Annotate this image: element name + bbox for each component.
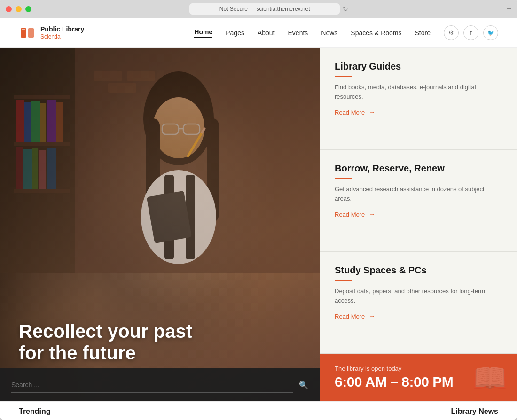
site-header: Public Library Scientia Home Pages About… [0, 18, 517, 48]
search-input[interactable] [11, 377, 293, 393]
svg-rect-21 [108, 83, 136, 93]
guide-panel-2-accent [335, 178, 352, 179]
guide-panel-2-desc: Get advanced research assistance in doze… [335, 185, 502, 203]
hero-headline: Recollect your pastfor the future [19, 320, 301, 364]
minimize-dot[interactable] [16, 6, 22, 12]
nav-pages[interactable]: Pages [226, 29, 244, 37]
hero-search-bar: 🔍 [0, 368, 320, 401]
svg-rect-9 [31, 101, 40, 142]
svg-rect-2 [22, 29, 25, 30]
guide-panel-2: Borrow, Reserve, Renew Get advanced rese… [320, 150, 517, 252]
nav-home[interactable]: Home [194, 28, 212, 38]
search-icon[interactable]: 🔍 [299, 381, 308, 389]
facebook-button[interactable]: f [463, 25, 478, 40]
twitter-icon: 🐦 [487, 30, 494, 36]
svg-rect-10 [40, 103, 46, 142]
svg-rect-20 [127, 71, 155, 81]
hero-right: Library Guides Find books, media, databa… [320, 48, 517, 401]
guide-panel-1-accent [335, 76, 352, 77]
site-logo: Public Library Scientia [19, 24, 84, 41]
new-tab-button[interactable]: + [506, 4, 511, 14]
guide-panel-1-desc: Find books, media, databases, e-journals… [335, 83, 502, 101]
logo-name: Public Library [40, 25, 84, 33]
hours-banner: The library is open today 6:00 AM – 8:00… [320, 354, 517, 401]
svg-rect-17 [47, 148, 56, 189]
guide-panel-1: Library Guides Find books, media, databa… [320, 48, 517, 150]
guide-panel-3-read-more[interactable]: Read More → [335, 312, 502, 320]
settings-button[interactable]: ⚙ [444, 25, 459, 40]
arrow-icon-2: → [368, 210, 375, 218]
guide-panel-3-accent [335, 280, 352, 281]
svg-rect-6 [14, 189, 70, 193]
arrow-icon-1: → [368, 109, 375, 116]
hero-left: Recollect your pastfor the future 🔍 [0, 48, 320, 401]
svg-rect-11 [47, 100, 56, 142]
gear-icon: ⚙ [448, 29, 454, 36]
svg-rect-32 [147, 191, 192, 243]
svg-rect-15 [32, 148, 38, 189]
guide-panel-3: Study Spaces & PCs Deposit data, papers,… [320, 252, 517, 354]
svg-rect-14 [24, 149, 32, 189]
nav-spaces-rooms[interactable]: Spaces & Rooms [351, 29, 401, 37]
library-news-title: Library News [451, 407, 498, 416]
svg-rect-5 [14, 142, 70, 146]
close-dot[interactable] [6, 6, 12, 12]
book-decorative-icon: 📖 [472, 361, 508, 394]
header-icons: ⚙ f 🐦 [444, 25, 498, 40]
svg-rect-13 [16, 147, 23, 189]
hero-illustration [0, 48, 320, 273]
logo-text: Public Library Scientia [40, 25, 84, 40]
guide-panel-1-read-more[interactable]: Read More → [335, 109, 502, 116]
browser-content: Public Library Scientia Home Pages About… [0, 18, 517, 420]
svg-rect-4 [14, 95, 70, 99]
nav-store[interactable]: Store [415, 29, 431, 37]
svg-rect-1 [28, 28, 34, 38]
nav-news[interactable]: News [321, 29, 337, 37]
facebook-icon: f [470, 29, 472, 36]
nav-events[interactable]: Events [288, 29, 308, 37]
address-input[interactable]: Not Secure — scientia.themerex.net [189, 3, 340, 15]
trending-title: Trending [19, 407, 51, 416]
address-bar-container: Not Secure — scientia.themerex.net ↻ [63, 3, 474, 15]
guide-panel-3-desc: Deposit data, papers, and other resource… [335, 287, 502, 305]
guide-panel-2-read-more[interactable]: Read More → [335, 210, 502, 218]
svg-rect-8 [24, 102, 31, 142]
guide-panel-3-title: Study Spaces & PCs [335, 265, 502, 276]
logo-subtitle: Scientia [40, 33, 84, 40]
svg-rect-7 [16, 100, 24, 142]
nav-about[interactable]: About [258, 29, 275, 37]
logo-icon [19, 24, 36, 41]
site-nav: Home Pages About Events News Spaces & Ro… [194, 28, 431, 38]
maximize-dot[interactable] [25, 6, 31, 12]
arrow-icon-3: → [368, 312, 375, 320]
refresh-icon[interactable]: ↻ [343, 5, 348, 13]
browser-titlebar: Not Secure — scientia.themerex.net ↻ + [0, 0, 517, 18]
hero-text-overlay: Recollect your pastfor the future [19, 320, 301, 364]
guide-panel-1-title: Library Guides [335, 61, 502, 72]
svg-rect-19 [94, 71, 122, 81]
bottom-peek: Trending Library News [0, 401, 517, 420]
twitter-button[interactable]: 🐦 [483, 25, 498, 40]
svg-rect-16 [39, 150, 46, 189]
hero-section: Recollect your pastfor the future 🔍 Libr… [0, 48, 517, 401]
svg-rect-12 [56, 102, 63, 142]
guide-panel-2-title: Borrow, Reserve, Renew [335, 163, 502, 174]
site-wrapper: Public Library Scientia Home Pages About… [0, 18, 517, 420]
